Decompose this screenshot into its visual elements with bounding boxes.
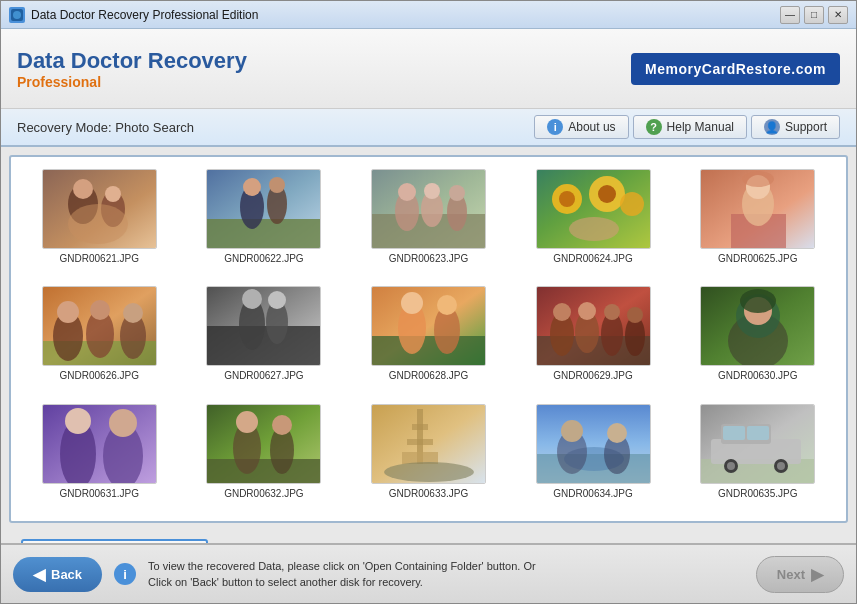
photo-thumbnail [206,169,321,249]
photo-thumbnail [371,169,486,249]
photo-thumbnail [42,169,157,249]
photo-item[interactable]: GNDR00634.JPG [517,404,670,509]
title-bar: Data Doctor Recovery Professional Editio… [1,1,856,29]
svg-rect-83 [407,439,433,445]
photo-thumbnail [536,286,651,366]
photo-filename: GNDR00630.JPG [718,370,797,381]
svg-rect-75 [207,459,320,484]
recovery-mode-value: Photo Search [115,120,194,135]
svg-point-100 [727,462,735,470]
svg-point-68 [740,289,776,313]
photo-item[interactable]: GNDR00622.JPG [188,169,341,274]
photo-item[interactable]: GNDR00632.JPG [188,404,341,509]
photo-grid-container: GNDR00621.JPGGNDR00622.JPGGNDR00623.JPGG… [9,155,848,523]
photo-filename: GNDR00632.JPG [224,488,303,499]
app-title-main: Data Doctor Recovery [17,48,247,74]
svg-point-46 [242,289,262,309]
help-label: Help Manual [667,120,734,134]
photo-thumbnail [206,404,321,484]
brand-logo: MemoryCardRestore.com [631,53,840,85]
svg-point-102 [777,462,785,470]
recovery-mode-label: Recovery Mode: Photo Search [17,120,194,135]
svg-point-21 [449,185,465,201]
svg-rect-9 [207,219,320,249]
photo-item[interactable]: GNDR00623.JPG [352,169,505,274]
photo-thumbnail [206,286,321,366]
window-controls: — □ ✕ [780,6,848,24]
photo-item[interactable]: GNDR00629.JPG [517,286,670,391]
photo-item[interactable]: GNDR00621.JPG [23,169,176,274]
photo-item[interactable]: GNDR00630.JPG [681,286,834,391]
app-icon [9,7,25,23]
back-label: Back [51,567,82,582]
photo-filename: GNDR00621.JPG [60,253,139,264]
toolbar: Recovery Mode: Photo Search i About us ?… [1,109,856,147]
svg-rect-98 [747,426,769,440]
svg-point-20 [424,183,440,199]
svg-point-24 [559,191,575,207]
photo-item[interactable]: GNDR00631.JPG [23,404,176,509]
photo-filename: GNDR00635.JPG [718,488,797,499]
svg-point-62 [604,304,620,320]
photo-item[interactable]: GNDR00627.JPG [188,286,341,391]
info-message: To view the recovered Data, please click… [148,558,744,591]
svg-point-40 [90,300,110,320]
svg-point-1 [13,11,21,19]
svg-point-60 [553,303,571,321]
app-header: Data Doctor Recovery Professional Memory… [1,29,856,109]
photo-thumbnail [42,404,157,484]
about-label: About us [568,120,615,134]
photo-item[interactable]: GNDR00628.JPG [352,286,505,391]
photo-filename: GNDR00626.JPG [60,370,139,381]
svg-point-6 [73,179,93,199]
photo-item[interactable]: GNDR00633.JPG [352,404,505,509]
maximize-button[interactable]: □ [804,6,824,24]
recovery-mode-text: Recovery Mode: [17,120,112,135]
svg-point-26 [598,185,616,203]
svg-point-85 [384,462,474,482]
minimize-button[interactable]: — [780,6,800,24]
svg-point-92 [607,423,627,443]
close-button[interactable]: ✕ [828,6,848,24]
app-window: Data Doctor Recovery Professional Editio… [0,0,857,604]
back-arrow-icon: ◀ [33,565,45,584]
svg-point-52 [401,292,423,314]
photo-filename: GNDR00634.JPG [553,488,632,499]
info-line-2: Click on 'Back' button to select another… [148,576,423,588]
about-button[interactable]: i About us [534,115,628,139]
photo-item[interactable]: GNDR00625.JPG [681,169,834,274]
svg-rect-49 [372,336,485,366]
svg-point-12 [243,178,261,196]
svg-point-63 [627,307,643,323]
photo-item[interactable]: GNDR00635.JPG [681,404,834,509]
info-icon: i [547,119,563,135]
svg-point-61 [578,302,596,320]
photo-thumbnail [42,286,157,366]
svg-point-28 [569,217,619,241]
photo-thumbnail [371,404,486,484]
info-message-icon: i [114,563,136,585]
svg-point-7 [105,186,121,202]
photo-item[interactable]: GNDR00626.JPG [23,286,176,391]
photo-grid: GNDR00621.JPGGNDR00622.JPGGNDR00623.JPGG… [11,157,846,521]
window-title: Data Doctor Recovery Professional Editio… [31,8,780,22]
photo-filename: GNDR00633.JPG [389,488,468,499]
photo-thumbnail [371,286,486,366]
photo-thumbnail [700,286,815,366]
next-label: Next [777,567,805,582]
svg-point-19 [398,183,416,201]
help-button[interactable]: ? Help Manual [633,115,747,139]
photo-filename: GNDR00623.JPG [389,253,468,264]
toolbar-buttons: i About us ? Help Manual 👤 Support [534,115,840,139]
photo-filename: GNDR00624.JPG [553,253,632,264]
back-button[interactable]: ◀ Back [13,557,102,592]
svg-point-72 [65,408,91,434]
photo-item[interactable]: GNDR00624.JPG [517,169,670,274]
support-button[interactable]: 👤 Support [751,115,840,139]
photo-thumbnail [536,169,651,249]
svg-point-27 [620,192,644,216]
app-title-sub: Professional [17,74,247,90]
next-button[interactable]: Next ▶ [756,556,844,593]
help-icon: ? [646,119,662,135]
svg-rect-97 [723,426,745,440]
